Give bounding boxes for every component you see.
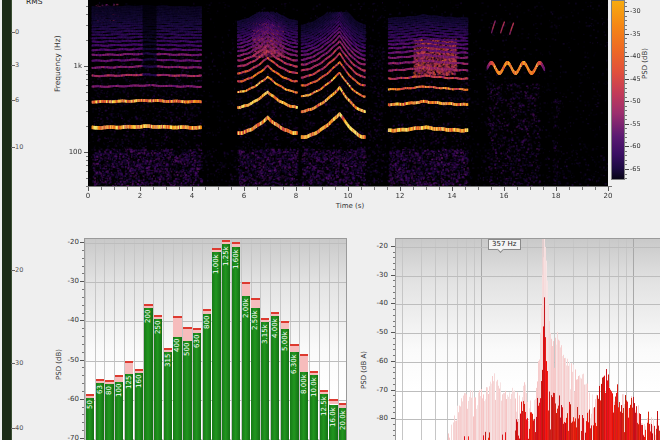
octave-bar[interactable]: 1.00k [212, 252, 220, 440]
frequency-minor-tick [86, 40, 89, 41]
octave-bar[interactable]: 1.25k [222, 244, 230, 440]
octave-bar[interactable]: 1.60k [232, 247, 240, 440]
spectrum-ytick-label: -30 [368, 271, 388, 279]
octave-bar[interactable]: 63 [96, 383, 104, 440]
colorbar-minor-tick [625, 160, 627, 161]
octave-bar[interactable]: 16.0k [329, 405, 337, 440]
spectrum-minor-ytick [393, 321, 396, 322]
octave-bar[interactable]: 125 [125, 374, 133, 440]
frequency-minor-tick [86, 160, 89, 161]
colorbar-minor-tick [625, 6, 627, 7]
octave-bar[interactable]: 160 [135, 373, 143, 440]
time-minor-tick [179, 187, 180, 190]
time-axis [86, 186, 612, 187]
time-minor-tick [530, 187, 531, 190]
time-tick [400, 187, 401, 191]
octave-peak-cap [251, 298, 259, 300]
octave-peak-hold [300, 356, 308, 372]
octave-peak-cap [339, 403, 347, 405]
octave-bar[interactable]: 800 [203, 314, 211, 440]
colorbar-minor-tick [625, 133, 627, 134]
frequency-tick [84, 66, 88, 67]
octave-spectrum-plot[interactable]: 5063801001251602002503154005006308001.00… [84, 238, 347, 440]
octave-peak-cap [290, 344, 298, 346]
octave-bar[interactable]: 2.50k [251, 308, 259, 440]
spectrum-minor-ytick [393, 349, 396, 350]
colorbar-minor-tick [625, 74, 627, 75]
octave-bar[interactable]: 12.5k [320, 394, 328, 440]
time-tick [244, 187, 245, 191]
octave-bar-label: 800 [203, 316, 211, 358]
octave-minor-ytick [82, 375, 85, 376]
colorbar-minor-tick [625, 65, 627, 66]
octave-bar-label: 4.00k [271, 318, 279, 360]
octave-ytick [80, 242, 84, 243]
octave-minor-ytick [82, 430, 85, 431]
colorbar-minor-tick [625, 70, 627, 71]
time-minor-tick [231, 187, 232, 190]
octave-bar[interactable]: 2.00k [242, 296, 250, 440]
time-minor-tick [387, 187, 388, 190]
octave-bar[interactable]: 200 [144, 308, 152, 440]
spectrum-minor-ytick [393, 424, 396, 425]
octave-ytick [80, 360, 84, 361]
octave-minor-ytick [82, 383, 85, 384]
octave-bar[interactable]: 20.0k [339, 408, 347, 440]
octave-peak-cap [154, 315, 162, 317]
spectrum-traces [396, 239, 660, 440]
colorbar-minor-tick [625, 106, 627, 107]
colorbar-minor-tick [625, 43, 627, 44]
octave-bar[interactable]: 400 [173, 337, 181, 440]
time-tick-label: 4 [184, 192, 200, 200]
spectrum-minor-ytick [393, 263, 396, 264]
octave-bar[interactable]: 50 [86, 398, 94, 440]
fft-spectrum-plot[interactable] [395, 238, 660, 440]
time-tick-label: 16 [496, 192, 512, 200]
meter-scale-label: 10 [15, 143, 23, 151]
time-tick [452, 187, 453, 191]
colorbar-minor-tick [625, 38, 627, 39]
octave-bar[interactable]: 8.00k [300, 372, 308, 440]
octave-bar[interactable]: 6.30k [290, 352, 298, 440]
time-tick-label: 12 [392, 192, 408, 200]
spectrogram-plot[interactable] [88, 0, 608, 187]
colorbar-tick [625, 146, 629, 147]
octave-ytick [80, 281, 84, 282]
meter-scale-tick [11, 32, 15, 33]
octave-peak-cap [320, 390, 328, 392]
time-minor-tick [361, 187, 362, 190]
colorbar-tick [625, 34, 629, 35]
colorbar-tick-label: -60 [630, 142, 641, 150]
octave-bar[interactable]: 250 [154, 319, 162, 440]
octave-bar-label: 1.60k [232, 249, 240, 291]
octave-bar[interactable]: 3.15k [261, 322, 269, 440]
spectrum-minor-ytick [393, 326, 396, 327]
octave-bar[interactable]: 4.00k [271, 316, 279, 440]
spectrum-minor-ytick [393, 257, 396, 258]
rms-meter-title: RMS [26, 0, 42, 6]
colorbar-axis-label: PSD (dB) [641, 24, 649, 104]
spectrum-minor-ytick [393, 401, 396, 402]
time-minor-tick [322, 187, 323, 190]
octave-peak-cap [261, 318, 269, 320]
octave-minor-ytick [82, 328, 85, 329]
octave-minor-ytick [82, 407, 85, 408]
octave-bar[interactable]: 315 [164, 352, 172, 440]
octave-peak-cap [300, 354, 308, 356]
octave-bar[interactable]: 100 [115, 382, 123, 440]
octave-minor-ytick [82, 336, 85, 337]
colorbar-minor-tick [625, 16, 627, 17]
octave-peak-cap [144, 304, 152, 306]
colorbar-minor-tick [625, 47, 627, 48]
spectrum-minor-ytick [393, 412, 396, 413]
octave-ytick-label: -40 [58, 316, 79, 324]
spectrum-psd-axis-label: PSD (dB A) [360, 330, 368, 410]
octave-bar[interactable]: 500 [183, 341, 191, 440]
octave-peak-cap [203, 309, 211, 311]
meter-scale-tick [11, 428, 15, 429]
octave-bar[interactable]: 630 [193, 333, 201, 440]
octave-bar[interactable]: 5.00k [281, 329, 289, 440]
octave-bar[interactable]: 80 [105, 384, 113, 440]
spectrum-minor-ytick [393, 395, 396, 396]
octave-bar[interactable]: 10.0k [310, 375, 318, 440]
